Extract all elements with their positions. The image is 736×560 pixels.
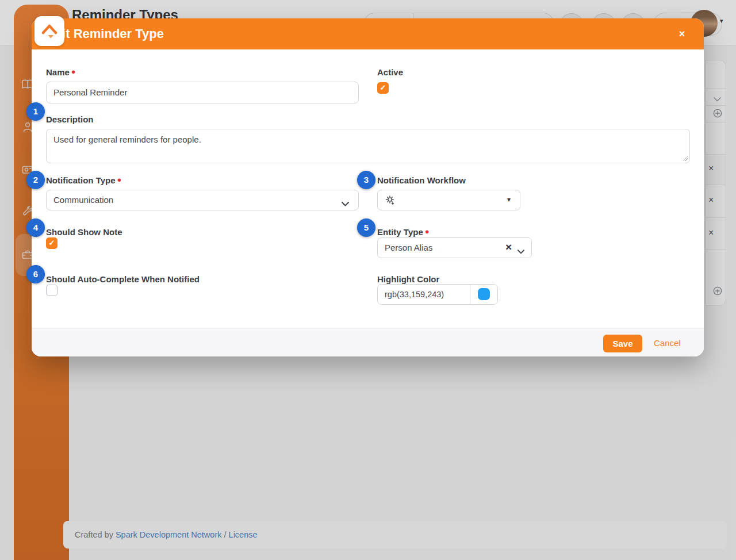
gear-icon (385, 195, 396, 207)
resize-grip-icon[interactable] (683, 156, 688, 161)
description-textarea[interactable]: Used for general reminders for people. (46, 129, 690, 163)
should-auto-complete-checkbox[interactable] (46, 285, 57, 296)
callout-6: 6 (26, 265, 45, 283)
entity-type-select[interactable]: Person Alias × (377, 237, 532, 258)
description-label: Description (46, 114, 94, 124)
callout-4: 4 (26, 218, 45, 237)
callout-5: 5 (357, 218, 375, 237)
notification-workflow-label: Notification Workflow (377, 175, 466, 185)
required-marker: ● (117, 175, 122, 184)
modal-header: Edit Reminder Type × (32, 18, 704, 49)
cancel-button[interactable]: Cancel (654, 338, 681, 348)
callout-3: 3 (357, 171, 375, 189)
color-swatch (478, 288, 490, 300)
name-input[interactable]: Personal Reminder (46, 82, 359, 103)
should-auto-complete-label: Should Auto-Complete When Notified (46, 274, 200, 284)
active-checkbox[interactable]: ✓ (377, 82, 389, 94)
modal-footer: Save Cancel (32, 328, 704, 356)
chevron-down-icon (342, 198, 349, 208)
highlight-color-group: rgb(33,159,243) (377, 284, 498, 305)
callout-1: 1 (26, 102, 45, 121)
entity-type-label: Entity Type● (377, 227, 430, 237)
notification-type-label: Notification Type● (46, 175, 121, 185)
required-marker: ● (71, 67, 76, 76)
active-label: Active (377, 67, 403, 77)
should-show-note-label: Should Show Note (46, 227, 122, 237)
app-logo-icon[interactable] (34, 16, 64, 46)
close-icon[interactable]: × (674, 26, 690, 42)
chevron-down-icon (518, 246, 524, 256)
clear-selection-icon[interactable]: × (505, 241, 512, 254)
should-show-note-checkbox[interactable]: ✓ (46, 237, 57, 249)
notification-workflow-picker[interactable]: ▾ (377, 190, 520, 210)
highlight-color-label: Highlight Color (377, 274, 439, 284)
notification-type-select[interactable]: Communication (46, 190, 359, 210)
color-picker-addon[interactable] (470, 285, 497, 304)
required-marker: ● (425, 227, 430, 236)
highlight-color-input[interactable]: rgb(33,159,243) (385, 285, 444, 304)
name-label: Name● (46, 67, 76, 77)
caret-down-icon: ▾ (507, 195, 511, 204)
callout-2: 2 (26, 171, 45, 189)
save-button[interactable]: Save (603, 335, 642, 352)
